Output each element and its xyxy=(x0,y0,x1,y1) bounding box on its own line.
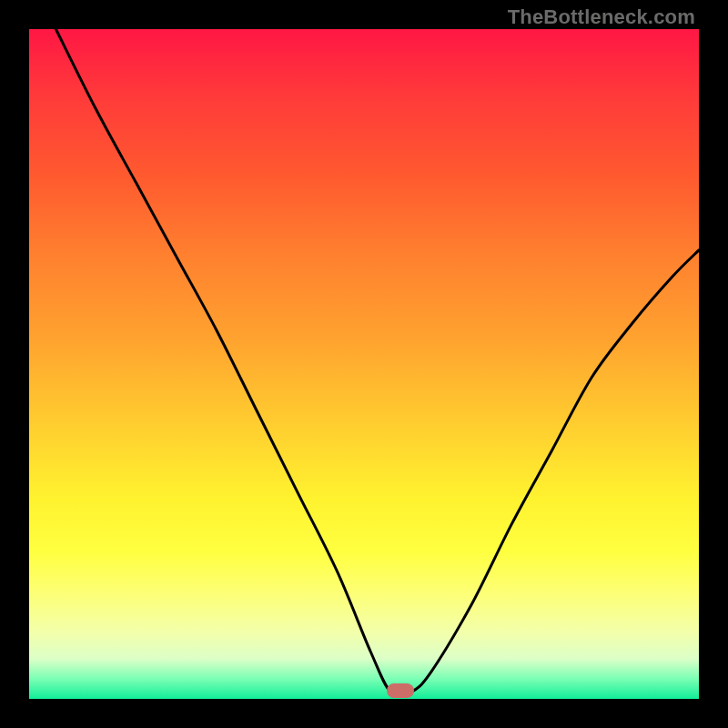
chart-plot-area xyxy=(29,29,699,699)
attribution-text: TheBottleneck.com xyxy=(508,5,695,29)
bottleneck-curve xyxy=(29,29,699,699)
minimum-marker xyxy=(387,683,414,698)
